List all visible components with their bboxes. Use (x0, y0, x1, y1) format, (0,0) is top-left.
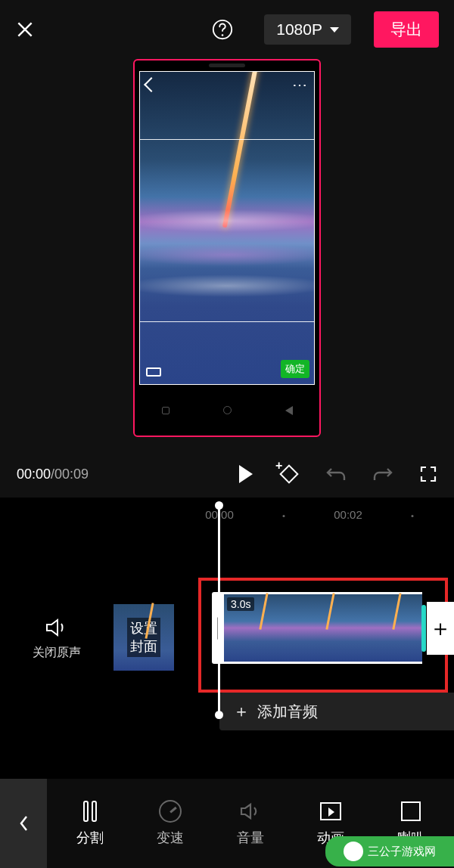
device-navbar (135, 385, 319, 436)
video-preview[interactable]: ⋯ 确定 (139, 71, 315, 385)
tool-split[interactable]: 分割 (56, 800, 124, 847)
back-icon[interactable] (144, 77, 159, 92)
more-icon[interactable]: ⋯ (292, 82, 308, 87)
speed-icon (159, 800, 182, 823)
guide-line (140, 321, 314, 322)
chevron-left-icon (18, 814, 29, 832)
clip-thumbnail (291, 594, 357, 662)
add-audio-button[interactable]: ＋ 添加音频 (219, 693, 454, 730)
tool-speed[interactable]: 变速 (136, 800, 204, 847)
watermark-text: 三公子游戏网 (368, 845, 436, 859)
confirm-button[interactable]: 确定 (281, 360, 309, 378)
animation-icon (320, 802, 341, 820)
playhead[interactable] (218, 505, 220, 715)
clip-thumbnail (357, 594, 422, 662)
guide-line (140, 139, 314, 140)
speaker-icon (45, 618, 69, 637)
tool-label: 变速 (157, 829, 184, 847)
nav-home-icon (223, 406, 232, 414)
svg-point-1 (222, 34, 224, 36)
add-clip-button[interactable]: ＋ (427, 602, 454, 655)
split-icon (83, 801, 97, 822)
time-ruler: 00:00 00:02 (0, 508, 454, 528)
mute-original-button[interactable]: 关闭原声 (0, 615, 114, 661)
ruler-mark: 00:02 (334, 508, 362, 521)
resolution-value: 1080P (276, 20, 322, 39)
time-display: 00:00/00:09 (17, 467, 89, 482)
watermark-badge: 三公子游戏网 (325, 836, 454, 866)
close-icon[interactable] (15, 20, 35, 39)
add-audio-label: 添加音频 (257, 702, 318, 722)
device-frame: ⋯ 确定 (133, 59, 321, 437)
tool-label: 分割 (76, 829, 104, 847)
cover-label: 设置封面 (127, 618, 160, 657)
current-time: 00:00 (17, 467, 51, 482)
export-button[interactable]: 导出 (374, 11, 439, 48)
video-clip[interactable]: 3.0s (212, 592, 422, 664)
chevron-down-icon (330, 27, 339, 33)
preview-area: ⋯ 确定 (0, 59, 454, 451)
resolution-dropdown[interactable]: 1080P (264, 14, 351, 45)
help-icon[interactable] (211, 18, 234, 41)
mute-label: 关闭原声 (0, 645, 114, 661)
toolbar-back-button[interactable] (0, 779, 47, 868)
ruler-tick (412, 515, 414, 517)
tool-volume[interactable]: 音量 (216, 800, 285, 847)
playback-controls: 00:00/00:09 + (0, 451, 454, 498)
top-bar: 1080P 导出 (0, 0, 454, 59)
clip-duration-badge: 3.0s (227, 597, 254, 611)
ruler-tick (283, 515, 285, 517)
plus-icon: ＋ (233, 700, 250, 723)
add-keyframe-button[interactable]: + (278, 463, 300, 485)
undo-icon[interactable] (325, 466, 347, 482)
nav-back-icon (285, 406, 293, 415)
volume-icon (239, 802, 262, 820)
total-time: 00:09 (54, 467, 89, 482)
set-cover-button[interactable]: 设置封面 (114, 604, 174, 671)
fullscreen-icon[interactable] (419, 465, 437, 483)
play-icon[interactable] (239, 465, 253, 483)
crop-icon (401, 801, 421, 821)
tool-label: 音量 (237, 829, 264, 847)
nav-recent-icon (162, 407, 169, 414)
redo-icon[interactable] (372, 466, 393, 482)
timeline[interactable]: 00:00 00:02 关闭原声 设置封面 3.0s ＋ ＋ 添加音频 (0, 498, 454, 798)
preview-graphic (222, 71, 260, 228)
aspect-ratio-icon[interactable] (146, 367, 161, 377)
